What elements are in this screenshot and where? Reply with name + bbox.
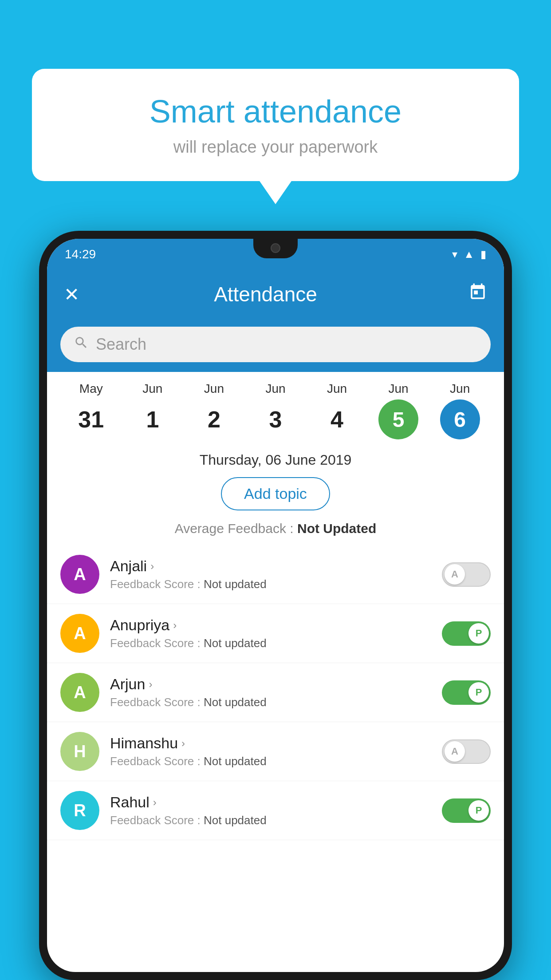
- speech-bubble-container: Smart attendance will replace your paper…: [32, 69, 519, 181]
- student-info-1: Anupriya ›Feedback Score : Not updated: [110, 616, 431, 650]
- chevron-icon-3: ›: [181, 737, 185, 750]
- calendar-strip: May31Jun1Jun2Jun3Jun4Jun5Jun6: [47, 372, 504, 444]
- student-avatar-3: H: [60, 732, 99, 771]
- student-list: AAnjali ›Feedback Score : Not updatedAAA…: [47, 545, 504, 840]
- student-item-3[interactable]: HHimanshu ›Feedback Score : Not updatedA: [47, 722, 504, 781]
- feedback-score-4: Feedback Score : Not updated: [110, 814, 431, 827]
- cal-date-0: 31: [71, 399, 111, 439]
- toggle-switch-1[interactable]: P: [442, 621, 491, 646]
- selected-date: Thursday, 06 June 2019: [47, 444, 504, 474]
- camera: [271, 243, 280, 253]
- chevron-icon-1: ›: [173, 619, 177, 632]
- avg-feedback: Average Feedback : Not Updated: [47, 518, 504, 545]
- battery-icon: ▮: [480, 248, 486, 261]
- student-item-4[interactable]: RRahul ›Feedback Score : Not updatedP: [47, 781, 504, 840]
- cal-month-6: Jun: [450, 382, 470, 396]
- feedback-score-1: Feedback Score : Not updated: [110, 636, 431, 650]
- student-info-3: Himanshu ›Feedback Score : Not updated: [110, 735, 431, 768]
- signal-icon: ▲: [464, 248, 474, 261]
- app-bar: ✕ Attendance: [47, 270, 504, 319]
- status-icons: ▾ ▲ ▮: [452, 248, 486, 261]
- student-name-2: Arjun ›: [110, 676, 431, 693]
- student-name-1: Anupriya ›: [110, 616, 431, 634]
- cal-month-3: Jun: [265, 382, 285, 396]
- phone-frame: 14:29 ▾ ▲ ▮ ✕ Attendance: [39, 231, 512, 980]
- student-name-4: Rahul ›: [110, 794, 431, 811]
- chevron-icon-0: ›: [150, 560, 154, 573]
- student-name-0: Anjali ›: [110, 557, 431, 575]
- toggle-switch-2[interactable]: P: [442, 680, 491, 705]
- calendar-day-2[interactable]: Jun2: [189, 382, 238, 439]
- calendar-day-3[interactable]: Jun3: [251, 382, 300, 439]
- wifi-icon: ▾: [452, 248, 457, 261]
- cal-date-4: 4: [317, 399, 357, 439]
- calendar-day-6[interactable]: Jun6: [436, 382, 484, 439]
- student-avatar-2: A: [60, 673, 99, 712]
- toggle-switch-0[interactable]: A: [442, 562, 491, 587]
- cal-date-5: 5: [378, 399, 418, 439]
- toggle-knob-0: A: [445, 564, 465, 585]
- chevron-icon-2: ›: [149, 678, 152, 691]
- student-info-4: Rahul ›Feedback Score : Not updated: [110, 794, 431, 827]
- add-topic-button[interactable]: Add topic: [221, 477, 330, 510]
- cal-month-2: Jun: [204, 382, 224, 396]
- student-item-0[interactable]: AAnjali ›Feedback Score : Not updatedA: [47, 545, 504, 604]
- toggle-knob-1: P: [468, 623, 489, 644]
- calendar-day-5[interactable]: Jun5: [374, 382, 423, 439]
- bubble-title: Smart attendance: [59, 93, 492, 130]
- student-item-1[interactable]: AAnupriya ›Feedback Score : Not updatedP: [47, 604, 504, 663]
- cal-date-3: 3: [256, 399, 295, 439]
- student-avatar-0: A: [60, 555, 99, 594]
- student-info-0: Anjali ›Feedback Score : Not updated: [110, 557, 431, 591]
- cal-date-1: 1: [133, 399, 173, 439]
- search-placeholder: Search: [96, 335, 146, 354]
- speech-bubble: Smart attendance will replace your paper…: [32, 69, 519, 181]
- calendar-day-4[interactable]: Jun4: [313, 382, 362, 439]
- phone-screen: 14:29 ▾ ▲ ▮ ✕ Attendance: [47, 239, 504, 972]
- calendar-button[interactable]: [468, 283, 487, 306]
- student-item-2[interactable]: AArjun ›Feedback Score : Not updatedP: [47, 663, 504, 722]
- search-icon: [74, 335, 89, 354]
- calendar-day-0[interactable]: May31: [67, 382, 115, 439]
- chevron-icon-4: ›: [153, 796, 157, 809]
- toggle-switch-4[interactable]: P: [442, 798, 491, 823]
- student-avatar-4: R: [60, 791, 99, 830]
- avg-feedback-value: Not Updated: [297, 521, 376, 536]
- search-bar-wrapper: Search: [47, 319, 504, 372]
- cal-month-0: May: [79, 382, 103, 396]
- notch: [253, 239, 298, 258]
- cal-date-6: 6: [440, 399, 480, 439]
- feedback-score-2: Feedback Score : Not updated: [110, 695, 431, 709]
- toggle-knob-4: P: [468, 800, 489, 821]
- bubble-subtitle: will replace your paperwork: [59, 138, 492, 157]
- toggle-switch-3[interactable]: A: [442, 739, 491, 764]
- status-bar: 14:29 ▾ ▲ ▮: [47, 239, 504, 270]
- cal-month-5: Jun: [389, 382, 409, 396]
- student-avatar-1: A: [60, 614, 99, 653]
- cal-month-1: Jun: [142, 382, 162, 396]
- cal-month-4: Jun: [327, 382, 347, 396]
- calendar-day-1[interactable]: Jun1: [128, 382, 177, 439]
- add-topic-wrapper: Add topic: [47, 474, 504, 518]
- status-time: 14:29: [65, 247, 96, 261]
- toggle-knob-2: P: [468, 682, 489, 703]
- student-name-3: Himanshu ›: [110, 735, 431, 752]
- feedback-score-0: Feedback Score : Not updated: [110, 577, 431, 591]
- cal-date-2: 2: [194, 399, 234, 439]
- student-info-2: Arjun ›Feedback Score : Not updated: [110, 676, 431, 709]
- toggle-knob-3: A: [445, 741, 465, 762]
- feedback-score-3: Feedback Score : Not updated: [110, 755, 431, 768]
- app-bar-title: Attendance: [63, 282, 468, 306]
- search-bar[interactable]: Search: [60, 327, 491, 362]
- avg-feedback-label: Average Feedback :: [175, 521, 297, 536]
